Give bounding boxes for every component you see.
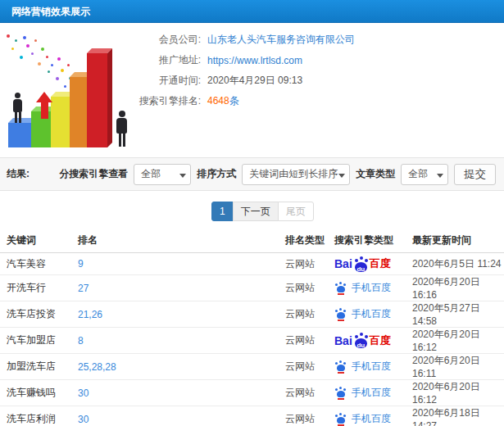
company-label: 会员公司: xyxy=(131,33,201,47)
sort-select[interactable]: 关键词由短到长排序 xyxy=(242,164,350,185)
engine-cell: Bai du 百度 xyxy=(328,328,406,354)
rank-type-cell: 云网站 xyxy=(279,406,328,426)
keyword-cell: 开洗车行 xyxy=(0,275,71,301)
rank-cell[interactable]: 27 xyxy=(71,275,279,301)
article-type-label: 文章类型 xyxy=(356,167,395,181)
engine-cell: 手机百度 xyxy=(328,354,406,380)
mobile-baidu-paw-icon xyxy=(334,282,347,295)
table-header-row: 关键词 排名 排名类型 搜索引擎类型 最新更新时间 xyxy=(0,230,504,253)
engine-rank-row: 搜索引擎排名: 4648条 xyxy=(131,91,355,111)
member-info-panel: 会员公司: 山东老人头汽车服务咨询有限公司 推广地址: https://www.… xyxy=(131,29,355,111)
col-keyword: 关键词 xyxy=(0,230,71,253)
businessman-watching xyxy=(116,111,127,147)
mobile-baidu-logo: 手机百度 xyxy=(334,386,406,400)
table-row: 洗车赚钱吗 30 云网站 手机百度 2020年6月20日 16:12 xyxy=(0,380,504,406)
page-1-button[interactable]: 1 xyxy=(211,202,234,221)
article-type-select[interactable]: 全部 xyxy=(401,164,448,185)
page-title: 网络营销效果展示 xyxy=(11,0,90,23)
pagination: 1 下一页 尾页 xyxy=(211,202,314,221)
engine-cell: Bai du 百度 xyxy=(328,253,406,275)
rank-cell[interactable]: 30 xyxy=(71,406,279,426)
company-link[interactable]: 山东老人头汽车服务咨询有限公司 xyxy=(207,33,355,47)
col-engine-type: 搜索引擎类型 xyxy=(328,230,406,253)
engine-rank-unit: 条 xyxy=(229,95,239,106)
growth-arrow-icon xyxy=(36,92,52,119)
mobile-baidu-paw-icon xyxy=(334,413,347,426)
rank-type-cell: 云网站 xyxy=(279,380,328,406)
baidu-paw-icon: du xyxy=(353,333,369,348)
rank-type-cell: 云网站 xyxy=(279,275,328,301)
keyword-cell: 加盟洗车店 xyxy=(0,354,71,380)
bar-red xyxy=(87,53,107,147)
keyword-cell: 洗车店投资 xyxy=(0,301,71,328)
rank-type-cell: 云网站 xyxy=(279,354,328,380)
next-page-button[interactable]: 下一页 xyxy=(233,202,279,221)
table-row: 汽车美容 9 云网站 Bai du 百度 2020年6月5日 11:24 xyxy=(0,253,504,275)
mobile-baidu-paw-icon xyxy=(334,308,347,321)
engine-cell: 手机百度 xyxy=(328,380,406,406)
updated-cell: 2020年6月20日 16:12 xyxy=(406,328,504,354)
updated-cell: 2020年6月5日 11:24 xyxy=(406,253,504,275)
engine-rank-count: 4648 xyxy=(207,95,229,106)
mobile-baidu-paw-icon xyxy=(334,360,347,374)
mobile-baidu-logo: 手机百度 xyxy=(334,412,406,426)
keyword-cell: 汽车加盟店 xyxy=(0,328,71,354)
mobile-baidu-logo: 手机百度 xyxy=(334,360,406,374)
open-time-value: 2020年4月29日 09:13 xyxy=(207,74,302,88)
top-header-bar: 网络营销效果展示 xyxy=(0,0,504,23)
chevron-down-icon xyxy=(437,174,443,178)
rank-cell[interactable]: 30 xyxy=(71,380,279,406)
last-page-button[interactable]: 尾页 xyxy=(278,202,314,221)
mobile-baidu-logo: 手机百度 xyxy=(334,307,406,321)
updated-cell: 2020年6月20日 16:11 xyxy=(406,354,504,380)
submit-button[interactable]: 提交 xyxy=(454,164,496,185)
rank-cell[interactable]: 8 xyxy=(71,328,279,354)
chevron-down-icon xyxy=(338,174,345,178)
rank-type-cell: 云网站 xyxy=(279,301,328,328)
engine-rank-label: 搜索引擎排名: xyxy=(131,94,201,108)
col-rank-type: 排名类型 xyxy=(279,230,328,253)
page: 网络营销效果展示 xyxy=(0,0,504,426)
engine-cell: 手机百度 xyxy=(328,301,406,328)
keyword-cell: 洗车赚钱吗 xyxy=(0,380,71,406)
rank-type-cell: 云网站 xyxy=(279,253,328,275)
col-rank: 排名 xyxy=(71,230,279,253)
table-row: 洗车店利润 30 云网站 手机百度 2020年6月18日 14:27 xyxy=(0,406,504,426)
updated-cell: 2020年6月20日 16:16 xyxy=(406,275,504,301)
promo-url-row: 推广地址: https://www.lrtlsd.com xyxy=(131,50,355,70)
rank-cell[interactable]: 21,26 xyxy=(71,301,279,328)
baidu-logo: Bai du 百度 xyxy=(334,333,406,348)
engine-cell: 手机百度 xyxy=(328,406,406,426)
marketing-chart-illustration xyxy=(2,31,146,156)
engine-filter-label: 分搜索引擎查看 xyxy=(59,167,128,181)
table-row: 汽车加盟店 8 云网站 Bai du 百度 2020年6月20日 16:12 xyxy=(0,328,504,354)
engine-filter-select[interactable]: 全部 xyxy=(134,164,191,185)
chevron-down-icon xyxy=(179,174,186,178)
promo-url-link[interactable]: https://www.lrtlsd.com xyxy=(207,55,302,66)
keyword-rank-table: 关键词 排名 排名类型 搜索引擎类型 最新更新时间 汽车美容 9 云网站 Bai… xyxy=(0,230,504,426)
rank-cell[interactable]: 25,28,28 xyxy=(71,354,279,380)
result-label: 结果: xyxy=(7,158,30,190)
mobile-baidu-logo: 手机百度 xyxy=(334,281,406,295)
table-row: 开洗车行 27 云网站 手机百度 2020年6月20日 16:16 xyxy=(0,275,504,301)
sort-label: 排序方式 xyxy=(197,167,236,181)
baidu-logo: Bai du 百度 xyxy=(334,256,406,272)
businessman-on-bar xyxy=(13,93,22,123)
col-updated: 最新更新时间 xyxy=(406,230,504,253)
keyword-cell: 洗车店利润 xyxy=(0,406,71,426)
filter-bar: 结果: 分搜索引擎查看 全部 排序方式 关键词由短到长排序 文章类型 全部 提交 xyxy=(0,157,504,191)
table-row: 加盟洗车店 25,28,28 云网站 手机百度 2020年6月20日 16:11 xyxy=(0,354,504,380)
updated-cell: 2020年6月18日 14:27 xyxy=(406,406,504,426)
rank-cell[interactable]: 9 xyxy=(71,253,279,275)
member-company-row: 会员公司: 山东老人头汽车服务咨询有限公司 xyxy=(131,29,355,50)
open-time-row: 开通时间: 2020年4月29日 09:13 xyxy=(131,70,355,91)
table-row: 洗车店投资 21,26 云网站 手机百度 2020年5月27日 14:58 xyxy=(0,301,504,328)
mobile-baidu-paw-icon xyxy=(334,387,347,400)
engine-cell: 手机百度 xyxy=(328,275,406,301)
baidu-paw-icon: du xyxy=(353,256,369,272)
open-time-label: 开通时间: xyxy=(131,74,201,88)
rank-type-cell: 云网站 xyxy=(279,328,328,354)
keyword-cell: 汽车美容 xyxy=(0,253,71,275)
promo-url-label: 推广地址: xyxy=(131,53,201,67)
updated-cell: 2020年5月27日 14:58 xyxy=(406,301,504,328)
